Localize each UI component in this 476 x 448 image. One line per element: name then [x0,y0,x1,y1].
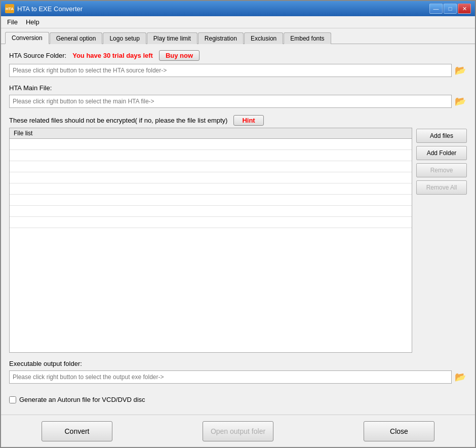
output-folder-input[interactable] [9,370,452,384]
file-list-buttons: Add files Add Folder Remove Remove All [416,128,467,353]
table-row [10,172,412,183]
window-controls: — □ ✕ [429,4,471,14]
buy-now-button[interactable]: Buy now [159,50,200,61]
tab-general-option[interactable]: General option [50,32,103,44]
tab-embed-fonts[interactable]: Embed fonts [284,32,331,44]
hta-source-row: HTA Source Folder: You have 30 trial day… [9,50,467,61]
main-file-input[interactable] [9,95,452,108]
tab-play-time-limit[interactable]: Play time limit [147,32,197,44]
convert-button[interactable]: Convert [42,421,112,441]
close-button[interactable]: Close [364,421,434,441]
hint-button[interactable]: Hint [233,115,263,126]
window-title: HTA to EXE Converter [17,5,429,13]
source-folder-browse-button[interactable]: 📂 [454,64,467,77]
main-file-browse-button[interactable]: 📂 [454,95,467,108]
add-folder-button[interactable]: Add Folder [416,146,467,160]
table-row [10,161,412,172]
table-row [10,139,412,150]
file-list-body [10,139,412,352]
tab-logo-setup[interactable]: Logo setup [103,32,146,44]
table-row [10,195,412,206]
close-window-button[interactable]: ✕ [458,4,471,14]
menu-file[interactable]: File [3,17,22,27]
trial-text: You have 30 trial days left [72,52,153,59]
add-files-button[interactable]: Add files [416,129,467,143]
open-output-button[interactable]: Open output foler [203,421,273,441]
bottom-bar: Convert Open output foler Close [1,415,475,447]
maximize-button[interactable]: □ [444,4,457,14]
output-folder-browse-button[interactable]: 📂 [454,370,467,384]
file-list-section: File list Add files Add Folder Remove Re… [9,128,467,353]
main-file-input-row: 📂 [9,95,467,108]
tab-registration[interactable]: Registration [198,32,244,44]
title-bar: HTA HTA to EXE Converter — □ ✕ [1,1,475,16]
file-list-description-row: These related files should not be encryp… [9,115,467,126]
file-list-column-header: File list [10,128,412,139]
autorun-row: Generate an Autorun file for VCD/DVD dis… [9,396,467,403]
file-list-table: File list [9,128,412,353]
app-icon: HTA [5,4,14,13]
source-folder-input[interactable] [9,64,452,77]
output-folder-label: Executable output folder: [9,360,82,367]
hta-main-label: HTA Main File: [9,84,52,92]
table-row [10,183,412,195]
table-row [10,150,412,161]
remove-button[interactable]: Remove [416,163,467,177]
tab-bar: Conversion General option Logo setup Pla… [1,28,475,44]
autorun-checkbox[interactable] [9,396,16,403]
menu-help[interactable]: Help [22,17,44,27]
remove-all-button[interactable]: Remove All [416,180,467,195]
file-list-description: These related files should not be encryp… [9,117,227,124]
table-row [10,217,412,228]
minimize-button[interactable]: — [429,4,443,14]
output-section: Executable output folder: 📂 [9,360,467,391]
hta-source-label: HTA Source Folder: [9,52,66,59]
tab-exclusion[interactable]: Exclusion [244,32,283,44]
menu-bar: File Help [1,16,475,28]
table-row [10,206,412,217]
autorun-label: Generate an Autorun file for VCD/DVD dis… [19,396,145,403]
main-window: HTA HTA to EXE Converter — □ ✕ File Help… [0,0,476,448]
tab-conversion[interactable]: Conversion [5,32,49,44]
source-folder-input-row: 📂 [9,64,467,77]
content-area: HTA Source Folder: You have 30 trial day… [1,44,475,415]
output-folder-input-row: 📂 [9,370,467,384]
